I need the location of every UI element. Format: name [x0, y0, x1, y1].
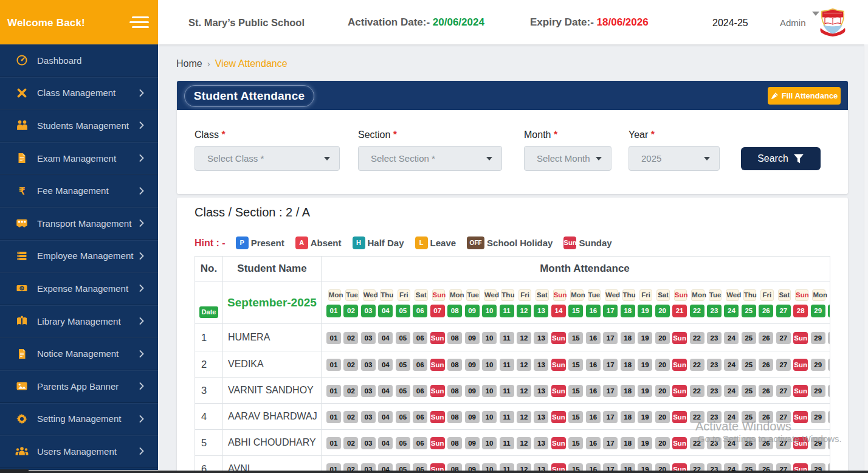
svg-text:₹: ₹: [19, 185, 25, 196]
svg-text:0: 0: [21, 286, 23, 291]
